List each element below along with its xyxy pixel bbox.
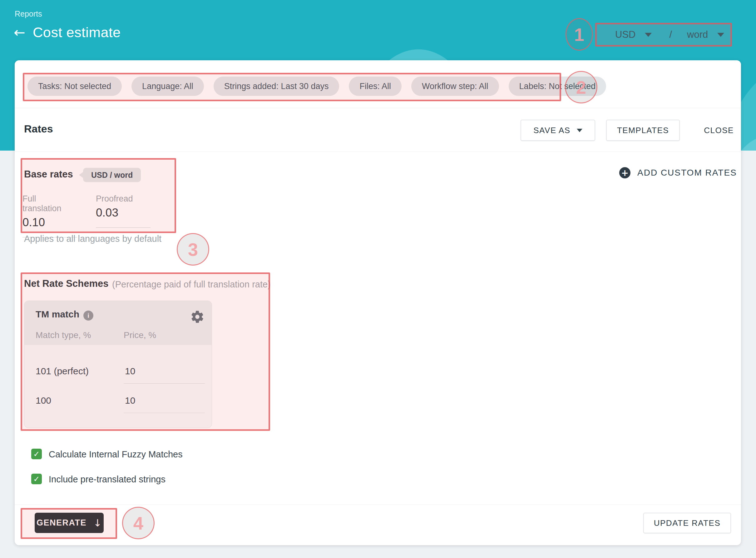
rates-section-title: Rates — [24, 123, 53, 135]
chevron-down-icon — [717, 33, 724, 37]
net-rate-schemes-subtitle: (Percentage paid of full translation rat… — [112, 279, 271, 289]
base-rates-note: Applies to all languages by default — [24, 234, 161, 244]
net-rate-schemes-title: Net Rate Schemes — [24, 278, 109, 289]
close-button[interactable]: CLOSE — [689, 120, 749, 141]
filter-chip-workflow-step[interactable]: Workflow step: All — [411, 77, 499, 96]
templates-button[interactable]: TEMPLATES — [606, 120, 680, 141]
templates-label: TEMPLATES — [617, 126, 669, 135]
filter-chip-files[interactable]: Files: All — [349, 77, 402, 96]
unit-value: word — [687, 29, 708, 40]
full-translation-input[interactable]: 0.10 — [23, 216, 77, 229]
price-100-input[interactable]: 10 — [125, 395, 135, 406]
proofread-input[interactable]: 0.03 — [96, 206, 151, 219]
fuzzy-matches-checkbox[interactable]: ✓ — [31, 449, 42, 459]
match-type-column-header: Match type, % — [35, 330, 91, 340]
update-rates-label: UPDATE RATES — [654, 518, 721, 528]
filter-chip-language[interactable]: Language: All — [132, 77, 204, 96]
report-card: Tasks: Not selected Language: All String… — [15, 60, 741, 545]
tm-match-card: TM match i Match type, % Price, % 101 (p… — [24, 301, 212, 428]
add-custom-rates-label: ADD CUSTOM RATES — [637, 168, 737, 178]
separator: / — [669, 29, 672, 40]
filter-chip-strings-added[interactable]: Strings added: Last 30 days — [214, 77, 340, 96]
currency-unit-bar: USD / word — [595, 23, 732, 47]
proofread-label: Proofread — [96, 194, 151, 204]
gear-icon[interactable] — [190, 310, 205, 324]
generate-button[interactable]: GENERATE ↓ — [35, 513, 104, 533]
full-translation-field: Full translation 0.10 — [23, 194, 77, 237]
tm-match-title: TM match — [35, 309, 79, 320]
divider — [15, 152, 741, 152]
filter-chip-tasks[interactable]: Tasks: Not selected — [27, 77, 122, 96]
save-as-label: SAVE AS — [533, 126, 570, 135]
input-underline — [124, 413, 205, 413]
check-icon: ✓ — [33, 475, 40, 484]
unit-badge: USD / word — [83, 168, 141, 182]
back-arrow-icon[interactable]: ← — [14, 26, 25, 40]
input-underline — [96, 227, 151, 228]
full-translation-label: Full translation — [23, 194, 77, 213]
divider — [15, 108, 741, 108]
page-title: Cost estimate — [33, 24, 121, 41]
pretranslated-checkbox[interactable]: ✓ — [31, 474, 42, 484]
add-custom-rates-button[interactable]: + ADD CUSTOM RATES — [619, 167, 737, 178]
proofread-field: Proofread 0.03 — [96, 194, 151, 228]
fuzzy-matches-label: Calculate Internal Fuzzy Matches — [49, 449, 183, 460]
price-101-input[interactable]: 10 — [125, 366, 135, 377]
close-label: CLOSE — [704, 126, 734, 135]
unit-select[interactable]: word — [687, 29, 724, 40]
match-type-100: 100 — [35, 395, 51, 406]
plus-icon: + — [619, 167, 630, 178]
title-row: ← Cost estimate — [14, 24, 120, 41]
chevron-down-icon — [577, 129, 583, 132]
filters-row: Tasks: Not selected Language: All String… — [27, 77, 606, 96]
arrow-down-icon: ↓ — [93, 517, 102, 529]
currency-value: USD — [615, 29, 636, 40]
breadcrumb[interactable]: Reports — [15, 9, 42, 19]
currency-select[interactable]: USD — [615, 29, 652, 40]
generate-label: GENERATE — [36, 518, 86, 528]
pretranslated-label: Include pre-translated strings — [49, 474, 165, 485]
price-column-header: Price, % — [124, 330, 156, 340]
base-rates-title: Base rates — [24, 169, 73, 180]
divider — [15, 505, 741, 505]
info-icon[interactable]: i — [83, 310, 93, 321]
chevron-down-icon — [645, 33, 652, 37]
match-type-101: 101 (perfect) — [35, 366, 89, 377]
update-rates-button[interactable]: UPDATE RATES — [643, 513, 731, 533]
save-as-button[interactable]: SAVE AS — [520, 120, 595, 141]
cost-estimate-page: Reports ← Cost estimate USD / word Tasks… — [0, 0, 756, 558]
check-icon: ✓ — [33, 450, 40, 459]
input-underline — [124, 383, 205, 384]
filter-chip-labels[interactable]: Labels: Not selected — [509, 77, 606, 96]
